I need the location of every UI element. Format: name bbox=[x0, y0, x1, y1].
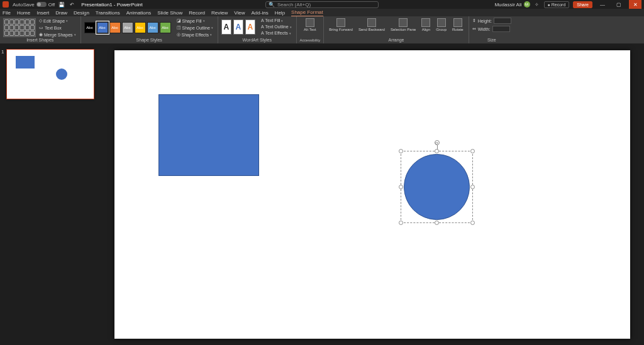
tab-slide-show[interactable]: Slide Show bbox=[157, 9, 182, 16]
shape-outline-button[interactable]: ◫Shape Outline▾ bbox=[175, 25, 214, 31]
avatar-icon: M bbox=[524, 1, 530, 8]
resize-handle-br[interactable] bbox=[470, 221, 475, 225]
style-swatch-6[interactable]: Abc bbox=[147, 22, 158, 33]
resize-handle-l[interactable] bbox=[399, 185, 403, 189]
group-shape-styles: Abc Abc Abc Abc Abc Abc Abc ◪Shape Fill▾… bbox=[81, 16, 218, 43]
save-icon[interactable]: 💾 bbox=[58, 1, 65, 8]
alt-text-icon bbox=[306, 18, 314, 27]
send-backward-button[interactable]: Send Backward bbox=[357, 18, 387, 32]
tab-review[interactable]: Review bbox=[211, 9, 228, 16]
thumb-circle-shape bbox=[56, 68, 67, 80]
resize-handle-bl[interactable] bbox=[399, 221, 403, 225]
autosave-label: AutoSave bbox=[13, 2, 35, 8]
ribbon: ◇Edit Shape▾ ▭Text Box ◉Merge Shapes▾ In… bbox=[0, 16, 644, 44]
circle-shape[interactable] bbox=[404, 154, 470, 220]
text-box-button[interactable]: ▭Text Box bbox=[38, 25, 77, 31]
record-button[interactable]: ● Record bbox=[544, 1, 570, 8]
group-label: Size bbox=[472, 38, 511, 42]
toggle-icon bbox=[36, 2, 47, 7]
shape-fill-button[interactable]: ◪Shape Fill▾ bbox=[175, 18, 214, 24]
search-container: 🔍 Search (Alt+Q) bbox=[265, 1, 379, 8]
edit-shape-button[interactable]: ◇Edit Shape▾ bbox=[38, 18, 77, 24]
shape-effects-button[interactable]: ◎Shape Effects▾ bbox=[175, 31, 214, 38]
workspace: 1 ⟳ bbox=[0, 44, 644, 345]
search-input[interactable]: 🔍 Search (Alt+Q) bbox=[265, 1, 379, 8]
text-fill-button[interactable]: AText Fill▾ bbox=[260, 18, 293, 23]
tab-animations[interactable]: Animations bbox=[126, 9, 152, 16]
rotate-handle-icon[interactable]: ⟳ bbox=[435, 140, 440, 145]
rotate-button[interactable]: Rotate bbox=[450, 18, 465, 32]
slide-number: 1 bbox=[1, 49, 4, 55]
merge-shapes-button[interactable]: ◉Merge Shapes▾ bbox=[38, 31, 77, 38]
thumbnail-preview bbox=[6, 49, 94, 99]
group-label: Shape Styles bbox=[84, 38, 214, 42]
tab-home[interactable]: Home bbox=[17, 9, 30, 16]
rectangle-shape[interactable] bbox=[158, 94, 259, 176]
coming-soon-icon[interactable]: ✧ bbox=[534, 1, 540, 8]
style-swatch-2[interactable]: Abc bbox=[97, 22, 108, 33]
search-placeholder: Search (Alt+Q) bbox=[277, 2, 311, 8]
text-outline-button[interactable]: AText Outline▾ bbox=[260, 24, 293, 30]
tab-design[interactable]: Design bbox=[74, 9, 89, 16]
style-swatch-5[interactable]: Abc bbox=[135, 22, 146, 33]
slide-canvas-area[interactable]: ⟳ bbox=[101, 44, 644, 345]
ribbon-tabs: File Home Insert Draw Design Transitions… bbox=[0, 9, 644, 16]
style-swatch-4[interactable]: Abc bbox=[122, 22, 133, 33]
bring-forward-button[interactable]: Bring Forward bbox=[327, 18, 355, 32]
title-bar: AutoSave Off 💾 ↶ Presentation1 - PowerPo… bbox=[0, 0, 644, 9]
user-name: Mudassir Ali bbox=[494, 2, 521, 8]
close-button[interactable]: ✕ bbox=[629, 0, 641, 9]
group-wordart-styles: A A A AText Fill▾ AText Outline▾ AText E… bbox=[218, 16, 297, 43]
autosave-toggle[interactable]: AutoSave Off bbox=[13, 2, 55, 8]
style-swatch-3[interactable]: Abc bbox=[109, 22, 121, 33]
tab-record[interactable]: Record bbox=[189, 9, 205, 16]
tab-insert[interactable]: Insert bbox=[36, 9, 49, 16]
style-swatch-1[interactable]: Abc bbox=[84, 22, 96, 33]
tab-view[interactable]: View bbox=[234, 9, 245, 16]
resize-handle-b[interactable] bbox=[435, 221, 439, 225]
tab-transitions[interactable]: Transitions bbox=[96, 9, 120, 16]
group-accessibility: Alt Text Accessibility bbox=[297, 16, 325, 43]
wordart-preset-1[interactable]: A bbox=[221, 19, 231, 35]
document-title: Presentation1 - PowerPoint bbox=[81, 2, 142, 8]
group-label: Arrange bbox=[327, 38, 465, 42]
slide-thumbnail-1[interactable]: 1 bbox=[6, 49, 94, 99]
text-effects-button[interactable]: AText Effects▾ bbox=[260, 30, 293, 36]
group-insert-shapes: ◇Edit Shape▾ ▭Text Box ◉Merge Shapes▾ In… bbox=[0, 16, 81, 43]
alt-text-button[interactable]: Alt Text bbox=[300, 18, 321, 32]
slide[interactable]: ⟳ bbox=[114, 50, 630, 339]
minimize-button[interactable]: — bbox=[596, 0, 609, 9]
thumbnail-pane[interactable]: 1 bbox=[0, 44, 101, 345]
group-label: Insert Shapes bbox=[3, 38, 77, 42]
undo-icon[interactable]: ↶ bbox=[69, 1, 75, 8]
tab-shape-format[interactable]: Shape Format bbox=[291, 9, 323, 16]
group-label: WordArt Styles bbox=[221, 38, 293, 42]
thumb-rect-shape bbox=[16, 56, 35, 68]
resize-handle-tr[interactable] bbox=[470, 149, 475, 153]
height-field[interactable]: ⇕Height: bbox=[472, 18, 511, 24]
group-button[interactable]: Group bbox=[434, 18, 448, 32]
app-icon bbox=[3, 1, 9, 8]
tab-draw[interactable]: Draw bbox=[55, 9, 67, 16]
wordart-preset-3[interactable]: A bbox=[245, 19, 255, 35]
style-swatches: Abc Abc Abc Abc Abc Abc Abc bbox=[84, 22, 171, 33]
group-arrange: Bring Forward Send Backward Selection Pa… bbox=[324, 16, 469, 43]
resize-handle-t[interactable] bbox=[435, 149, 439, 153]
shape-gallery[interactable] bbox=[3, 18, 36, 37]
resize-handle-tl[interactable] bbox=[399, 149, 403, 153]
tab-add-ins[interactable]: Add-ins bbox=[252, 9, 269, 16]
share-button[interactable]: Share bbox=[573, 1, 592, 8]
selection-pane-button[interactable]: Selection Pane bbox=[389, 18, 418, 32]
tab-help[interactable]: Help bbox=[275, 9, 285, 16]
align-button[interactable]: Align bbox=[419, 18, 432, 32]
group-size: ⇕Height: ⇔Width: Size bbox=[469, 16, 514, 43]
wordart-preset-2[interactable]: A bbox=[233, 19, 243, 35]
width-field[interactable]: ⇔Width: bbox=[472, 26, 511, 32]
autosave-state: Off bbox=[48, 2, 55, 8]
maximize-button[interactable]: ▢ bbox=[613, 0, 625, 9]
user-account[interactable]: Mudassir Ali M bbox=[494, 1, 530, 8]
group-label: Accessibility bbox=[300, 38, 321, 42]
tab-file[interactable]: File bbox=[3, 9, 11, 16]
resize-handle-r[interactable] bbox=[470, 185, 475, 189]
style-swatch-7[interactable]: Abc bbox=[160, 22, 171, 33]
